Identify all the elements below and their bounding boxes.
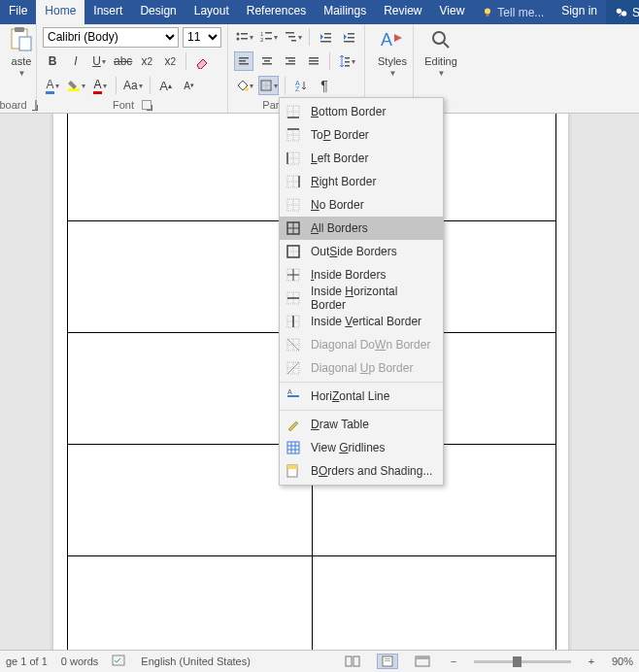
- shrink-font-button[interactable]: A▾: [180, 76, 199, 95]
- multilevel-button[interactable]: ▾: [283, 27, 303, 47]
- highlight-button[interactable]: ▾: [66, 76, 86, 95]
- grow-font-button[interactable]: A▴: [156, 76, 176, 95]
- tab-view[interactable]: View: [431, 0, 474, 24]
- sort-button[interactable]: AZ: [291, 76, 311, 95]
- change-case-button[interactable]: Aa▾: [122, 76, 144, 95]
- tell-me[interactable]: Tell me...: [473, 0, 553, 24]
- editing-button[interactable]: Editing ▼: [420, 26, 462, 78]
- zoom-slider[interactable]: [474, 660, 571, 663]
- paste-button[interactable]: aste ▼: [6, 26, 37, 78]
- font-color-button[interactable]: A▾: [90, 76, 110, 95]
- bullets-button[interactable]: ▾: [234, 27, 254, 47]
- zoom-in-button[interactable]: +: [585, 655, 598, 667]
- font-name-select[interactable]: Calibri (Body): [43, 27, 179, 48]
- read-mode-icon: [345, 655, 360, 667]
- subscript-button[interactable]: x2: [137, 51, 156, 71]
- tab-mailings[interactable]: Mailings: [315, 0, 375, 24]
- indent-icon: [342, 30, 355, 44]
- web-layout-button[interactable]: [412, 654, 433, 669]
- read-mode-button[interactable]: [342, 654, 363, 669]
- increase-indent-button[interactable]: [339, 27, 358, 47]
- menu-item-label: HoriZontal Line: [311, 389, 389, 403]
- menu-item-no-border[interactable]: No Border: [280, 193, 443, 217]
- border-icon: [286, 220, 301, 236]
- border-icon: [286, 463, 301, 479]
- tab-references[interactable]: References: [238, 0, 315, 24]
- tab-layout[interactable]: Layout: [185, 0, 238, 24]
- italic-button[interactable]: I: [66, 51, 85, 71]
- bold-button[interactable]: B: [43, 51, 62, 71]
- shading-button[interactable]: ▾: [234, 76, 254, 95]
- borders-button[interactable]: ▾: [258, 76, 279, 95]
- font-size-select[interactable]: 11: [183, 27, 221, 48]
- menu-separator: [280, 382, 443, 383]
- menu-item-right-border[interactable]: Right Border: [280, 170, 443, 193]
- decrease-indent-button[interactable]: [316, 27, 335, 47]
- bullets-icon: [235, 30, 249, 44]
- border-icon: [286, 440, 301, 455]
- sign-in[interactable]: Sign in: [553, 0, 606, 24]
- align-center-button[interactable]: [257, 51, 277, 71]
- menu-item-bottom-border[interactable]: Bottom Border: [280, 100, 443, 123]
- tab-design[interactable]: Design: [131, 0, 185, 24]
- numbering-button[interactable]: 12▾: [258, 27, 279, 47]
- tell-me-label: Tell me...: [497, 6, 544, 19]
- menu-item-label: ToP Border: [311, 128, 369, 142]
- word-count[interactable]: 0 words: [61, 655, 99, 667]
- styles-icon: A: [379, 28, 406, 51]
- chevron-down-icon: ▼: [438, 69, 446, 78]
- justify-icon: [307, 54, 320, 68]
- svg-rect-109: [346, 656, 352, 666]
- svg-rect-31: [286, 57, 295, 59]
- language[interactable]: English (United States): [141, 655, 251, 667]
- menu-item-all-borders[interactable]: All Borders: [280, 217, 443, 240]
- menu-item-label: Inside Horizontal Border: [311, 285, 433, 312]
- menu-item-inside-vertical-border[interactable]: Inside Vertical Border: [280, 310, 443, 333]
- font-color-scheme[interactable]: A▾: [43, 76, 62, 95]
- find-icon: [430, 29, 452, 50]
- svg-rect-36: [309, 63, 319, 65]
- menu-item-borders-and-shading[interactable]: BOrders and Shading...: [280, 459, 443, 483]
- svg-rect-33: [286, 63, 295, 65]
- svg-rect-113: [385, 660, 390, 661]
- font-launcher[interactable]: [142, 100, 151, 110]
- align-right-button[interactable]: [281, 51, 300, 71]
- svg-rect-39: [345, 65, 350, 67]
- align-left-button[interactable]: [234, 51, 253, 71]
- menu-item-inside-borders[interactable]: Inside Borders: [280, 263, 443, 286]
- border-icon: [286, 290, 301, 306]
- svg-rect-24: [344, 41, 354, 43]
- zoom-level[interactable]: 90%: [612, 655, 633, 667]
- tab-review[interactable]: Review: [375, 0, 430, 24]
- styles-button[interactable]: A Styles ▼: [371, 26, 414, 78]
- border-icon: [286, 244, 301, 259]
- menu-item-diagonal-up-border: Diagonal Up Border: [280, 356, 443, 380]
- menu-item-outside-borders[interactable]: OutSide Borders: [280, 240, 443, 263]
- menu-item-view-gridlines[interactable]: View Gridlines: [280, 436, 443, 459]
- share-button[interactable]: Share: [606, 0, 639, 24]
- align-center-icon: [260, 54, 274, 68]
- page-number[interactable]: ge 1 of 1: [6, 655, 48, 667]
- zoom-thumb[interactable]: [513, 656, 521, 667]
- spell-check-icon[interactable]: [112, 655, 127, 668]
- menu-item-draw-table[interactable]: Draw Table: [280, 413, 443, 436]
- menu-item-label: Right Border: [311, 175, 376, 188]
- menu-item-horizontal-line[interactable]: AHoriZontal Line: [280, 385, 443, 408]
- tab-file[interactable]: File: [0, 0, 36, 24]
- justify-button[interactable]: [304, 51, 323, 71]
- menu-item-inside-horizontal-border[interactable]: Inside Horizontal Border: [280, 286, 443, 310]
- print-layout-button[interactable]: [377, 654, 398, 669]
- superscript-button[interactable]: x2: [160, 51, 180, 71]
- line-spacing-button[interactable]: ▾: [336, 51, 356, 71]
- multilevel-icon: [284, 30, 297, 44]
- clear-formatting-button[interactable]: [192, 51, 212, 71]
- show-marks-button[interactable]: ¶: [315, 76, 334, 95]
- border-icon: [286, 417, 301, 432]
- menu-item-left-border[interactable]: Left Border: [280, 147, 443, 170]
- tab-insert[interactable]: Insert: [84, 0, 131, 24]
- strikethrough-button[interactable]: abc: [113, 51, 133, 71]
- zoom-out-button[interactable]: −: [447, 655, 460, 667]
- underline-button[interactable]: U▾: [89, 51, 109, 71]
- tab-home[interactable]: Home: [36, 0, 84, 24]
- menu-item-top-border[interactable]: ToP Border: [280, 123, 443, 147]
